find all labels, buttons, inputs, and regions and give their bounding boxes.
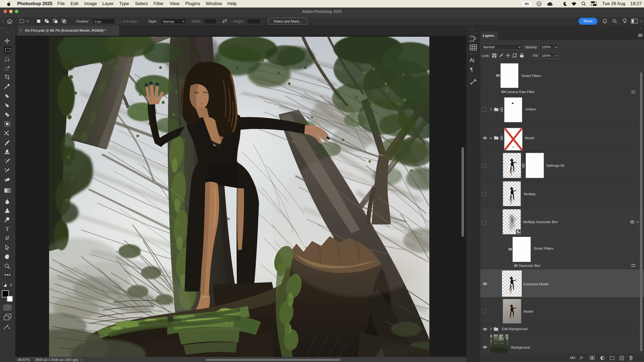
svg-text:w: w (538, 2, 540, 5)
svg-text:T: T (5, 226, 9, 232)
svg-text:WD: WD (525, 2, 529, 5)
